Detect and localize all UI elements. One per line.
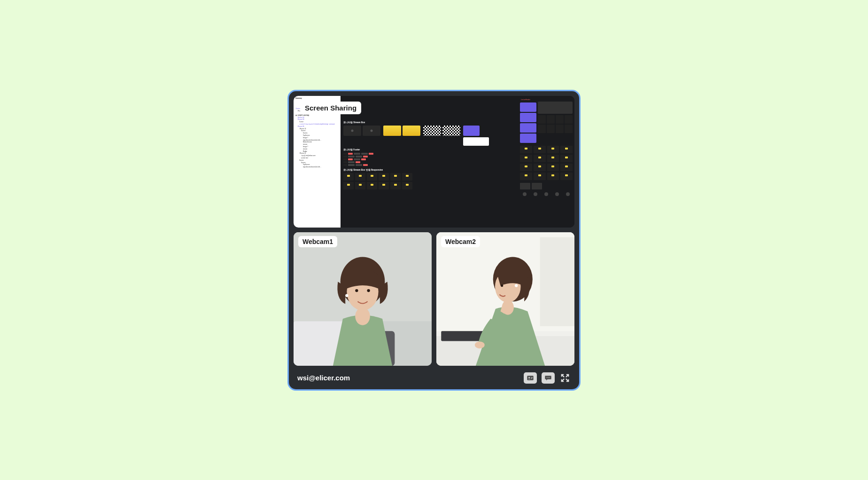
svg-point-9 (355, 307, 370, 325)
chat-button[interactable] (542, 372, 555, 384)
svg-point-18 (501, 284, 503, 286)
svg-rect-21 (527, 376, 533, 380)
svg-point-17 (515, 284, 518, 287)
webcam1-image (294, 232, 432, 366)
user-email: wsi@elicer.com (297, 374, 350, 382)
webcam1-panel[interactable]: Webcam1 (294, 232, 432, 366)
svg-point-22 (528, 377, 530, 378)
svg-point-20 (475, 341, 485, 348)
panel-label-webcam1: Webcam1 (298, 236, 337, 247)
contact-card-icon (527, 374, 534, 382)
contact-card-button[interactable] (524, 372, 537, 384)
screenshare-tree-sidebar: Summary #Lecture Viewer #Frame 4 모니터링 & … (294, 96, 341, 228)
footer-controls (524, 372, 571, 384)
svg-point-26 (548, 377, 549, 378)
screenshare-canvas-mid: 모니터링 Stream Box 모니터링 Footer (341, 96, 518, 228)
expand-icon (560, 373, 570, 383)
svg-point-25 (547, 377, 548, 378)
svg-point-27 (549, 377, 550, 378)
svg-point-6 (355, 289, 358, 291)
expand-button[interactable] (559, 372, 571, 384)
screenshare-canvas-right: LectureHeader (518, 96, 574, 228)
svg-point-8 (345, 294, 348, 297)
webcam-row: Webcam1 Webcam2 (294, 232, 574, 366)
webcam2-panel[interactable]: Webcam2 (436, 232, 574, 366)
webcam2-image (436, 232, 574, 366)
svg-rect-23 (531, 377, 533, 378)
chat-icon (544, 374, 552, 382)
svg-rect-12 (540, 237, 574, 326)
panel-label-screenshare: Screen Sharing (300, 102, 361, 114)
svg-rect-24 (531, 378, 532, 378)
screen-sharing-panel[interactable]: Screen Sharing Summary #Lecture Viewer #… (294, 96, 574, 228)
svg-point-7 (367, 289, 370, 291)
panel-label-webcam2: Webcam2 (441, 236, 480, 247)
video-call-window: Screen Sharing Summary #Lecture Viewer #… (287, 90, 581, 391)
footer-bar: wsi@elicer.com (294, 370, 574, 385)
